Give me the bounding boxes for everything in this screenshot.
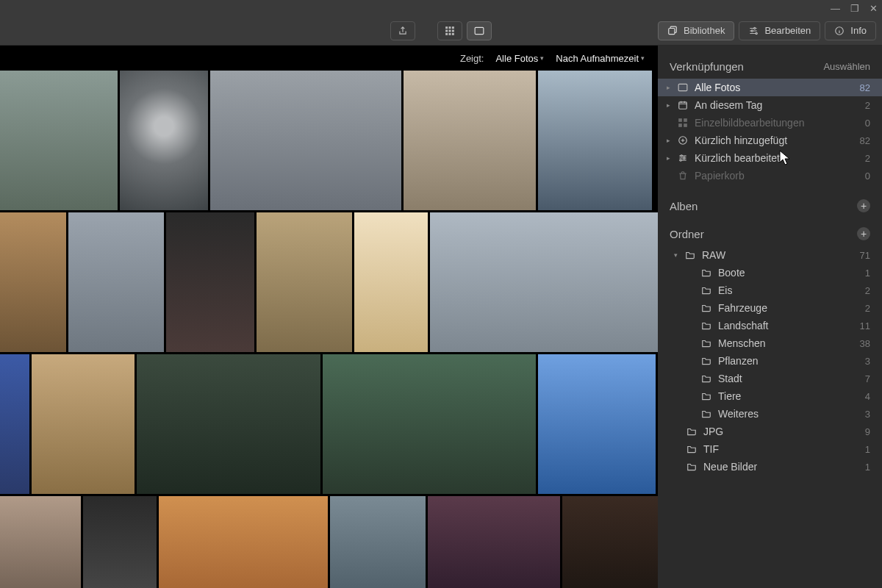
folder-label: Weiteres	[718, 408, 850, 420]
thumbnail[interactable]	[562, 496, 658, 588]
shortcut-count: 2	[856, 153, 870, 164]
folder-item[interactable]: Neue Bilder1	[658, 458, 882, 476]
tab-library[interactable]: Bibliothek	[658, 21, 734, 40]
shortcut-item[interactable]: Einzelbildbearbeitungen0	[658, 114, 882, 132]
svg-rect-1	[449, 26, 451, 29]
thumbnail[interactable]	[137, 354, 320, 494]
thumbnail[interactable]	[0, 354, 29, 494]
add-album-button[interactable]: +	[857, 199, 870, 212]
thumbnail[interactable]	[83, 496, 157, 588]
view-grid-button[interactable]	[437, 21, 462, 40]
folder-icon	[686, 461, 698, 473]
shortcut-item[interactable]: ▸Kürzlich bearbeitet2	[658, 149, 882, 167]
shortcut-item[interactable]: ▸Kürzlich hinzugefügt82	[658, 132, 882, 149]
folder-label: JPG	[703, 426, 850, 437]
folder-item[interactable]: Eis2	[658, 282, 882, 299]
folder-item[interactable]: Menschen38	[658, 334, 882, 352]
folder-count: 1	[856, 268, 870, 279]
filter-sort-dropdown[interactable]: Nach Aufnahmezeit▾	[556, 53, 645, 64]
folder-item[interactable]: Fahrzeuge2	[658, 299, 882, 317]
thumbnail[interactable]	[159, 496, 328, 588]
thumbnail[interactable]	[0, 212, 66, 352]
thumbnail[interactable]	[120, 71, 208, 210]
folder-item[interactable]: Landschaft11	[658, 317, 882, 334]
folder-item[interactable]: Stadt7	[658, 370, 882, 387]
folder-count: 4	[856, 391, 870, 402]
folder-item[interactable]: Boote1	[658, 264, 882, 282]
svg-rect-6	[445, 32, 448, 35]
thumbnail[interactable]	[354, 212, 428, 352]
chevron-down-icon: ▾	[673, 251, 678, 259]
thumbnail[interactable]	[323, 354, 536, 494]
folder-item[interactable]: Pflanzen3	[658, 352, 882, 370]
tab-edit[interactable]: Bearbeiten	[739, 21, 820, 40]
folder-count: 7	[856, 373, 870, 384]
window-close-button[interactable]: ✕	[870, 3, 878, 14]
thumbnail[interactable]	[330, 496, 426, 588]
sliders-icon	[677, 152, 689, 164]
tab-info-label: Info	[850, 25, 867, 36]
view-single-button[interactable]	[467, 21, 492, 40]
folder-count: 11	[856, 320, 870, 331]
gallery: Zeigt: Alle Fotos▾ Nach Aufnahmezeit▾	[0, 46, 658, 588]
folder-item[interactable]: JPG9	[658, 423, 882, 440]
svg-rect-5	[452, 29, 454, 32]
window-maximize-button[interactable]: ❐	[850, 3, 859, 14]
thumbnail[interactable]	[210, 71, 401, 210]
shortcut-count: 82	[856, 135, 870, 146]
titlebar: — ❐ ✕	[0, 0, 882, 16]
thumbnail[interactable]	[538, 71, 652, 210]
tab-info[interactable]: Info	[825, 21, 876, 40]
shortcut-label: An diesem Tag	[695, 99, 850, 111]
svg-rect-3	[445, 29, 448, 32]
folder-icon	[700, 337, 712, 349]
svg-rect-0	[445, 26, 448, 29]
thumbnail[interactable]	[257, 212, 352, 352]
shortcut-label: Kürzlich hinzugefügt	[695, 135, 850, 146]
folder-icon	[686, 426, 698, 437]
grid-icon	[445, 26, 455, 36]
folders-title: Ordner	[670, 228, 704, 240]
svg-rect-8	[452, 32, 454, 35]
grid-icon	[677, 117, 689, 129]
thumbnail[interactable]	[68, 212, 164, 352]
svg-rect-18	[684, 118, 687, 122]
folder-label: Landschaft	[718, 320, 850, 331]
folder-root[interactable]: ▾ RAW 71	[658, 246, 882, 264]
shortcut-item[interactable]: Papierkorb0	[658, 167, 882, 184]
thumbnail[interactable]	[0, 496, 81, 588]
add-folder-button[interactable]: +	[857, 227, 870, 240]
folder-label: Tiere	[718, 390, 850, 402]
tab-edit-label: Bearbeiten	[764, 25, 811, 36]
folder-label: Stadt	[718, 373, 850, 384]
shortcut-count: 0	[856, 171, 870, 182]
thumbnail[interactable]	[32, 354, 135, 494]
folder-count: 9	[856, 426, 870, 437]
svg-point-24	[680, 159, 681, 161]
albums-title: Alben	[670, 200, 698, 212]
folder-count: 3	[856, 409, 870, 420]
folders-header: Ordner +	[658, 221, 882, 246]
folder-label: Pflanzen	[718, 355, 850, 367]
thumbnail[interactable]	[430, 212, 658, 352]
folder-item[interactable]: Weiteres3	[658, 405, 882, 423]
thumbnail[interactable]	[0, 71, 118, 210]
library-icon	[667, 26, 678, 36]
thumbnail[interactable]	[538, 354, 656, 494]
folder-count: 1	[856, 444, 870, 455]
folder-item[interactable]: Tiere4	[658, 387, 882, 405]
folder-count: 2	[856, 285, 870, 296]
shortcuts-select-button[interactable]: Auswählen	[823, 61, 870, 72]
filter-collection-dropdown[interactable]: Alle Fotos▾	[495, 53, 544, 64]
shortcut-label: Kürzlich bearbeitet	[695, 152, 850, 164]
thumbnail[interactable]	[428, 496, 560, 588]
shortcut-item[interactable]: ▸An diesem Tag2	[658, 96, 882, 114]
folder-item[interactable]: TIF1	[658, 440, 882, 458]
chevron-down-icon: ▾	[641, 54, 645, 62]
thumbnail[interactable]	[166, 212, 254, 352]
share-button[interactable]	[390, 21, 415, 40]
window-minimize-button[interactable]: —	[831, 3, 840, 14]
folder-icon	[700, 302, 712, 314]
shortcut-item[interactable]: ▸Alle Fotos82	[658, 79, 882, 96]
thumbnail[interactable]	[404, 71, 536, 210]
